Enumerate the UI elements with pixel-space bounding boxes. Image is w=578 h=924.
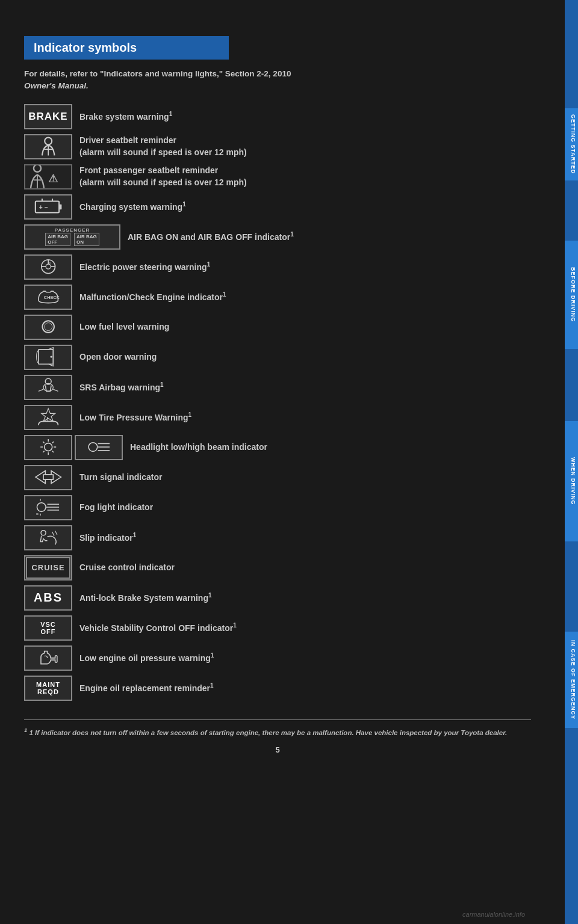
door-icon (24, 345, 72, 370)
battery-label: Charging system warning1 (79, 200, 186, 213)
intro-text: For details, refer to "Indicators and wa… (24, 68, 531, 93)
indicator-row: VSC OFF Vehicle Stability Control OFF in… (24, 615, 531, 641)
svg-line-33 (43, 442, 44, 443)
brake-icon: BRAKE (24, 104, 72, 129)
indicator-row: Open door warning (24, 344, 531, 371)
battery-icon: + – (24, 194, 72, 220)
indicator-row: Low engine oil pressure warning1 (24, 645, 531, 671)
tire-pressure-label: Low Tire Pressure Warning1 (79, 411, 191, 424)
svg-point-43 (37, 503, 46, 512)
sidebar-tab-getting-started: GETTING STARTED (565, 108, 578, 180)
svg-line-25 (39, 390, 43, 392)
indicator-row: ≡ Fog light indicator (24, 494, 531, 521)
cruise-icon: CRUISE (24, 555, 72, 581)
airbag-label: AIR BAG ON and AIR BAG OFF indicator1 (128, 230, 294, 243)
headlight-beam-icon (75, 435, 123, 460)
svg-text:⚠: ⚠ (48, 173, 58, 185)
indicator-row: PASSENGER AIR BAGOFF AIR BAGON AIR BAG O… (24, 224, 531, 250)
indicator-row: ABS Anti-lock Brake System warning1 (24, 585, 531, 611)
srs-icon (24, 375, 72, 400)
indicator-row: ! Electric power steering warning1 (24, 254, 531, 280)
svg-point-37 (89, 443, 98, 452)
fog-light-icon: ≡ (24, 495, 72, 520)
abs-label: Anti-lock Brake System warning1 (79, 591, 212, 604)
svg-text:+ –: + – (39, 205, 48, 211)
fog-light-label: Fog light indicator (79, 502, 153, 514)
vsc-label: Vehicle Stability Control OFF indicator1 (79, 621, 237, 634)
indicator-row: SRS Airbag warning1 (24, 374, 531, 401)
svg-point-22 (50, 356, 52, 358)
seatbelt-passenger-label: Front passenger seatbelt reminder(alarm … (79, 165, 247, 188)
svg-point-20 (44, 323, 52, 331)
svg-line-36 (43, 451, 44, 452)
svg-point-28 (44, 443, 52, 451)
oil-label: Low engine oil pressure warning1 (79, 651, 214, 664)
footer: 1 1 If indicator does not turn off withi… (24, 719, 531, 738)
turn-signal-label: Turn signal indicator (79, 472, 162, 484)
seatbelt-driver-label: Driver seatbelt reminder(alarm will soun… (79, 135, 247, 158)
indicator-row: MAINT REQD Engine oil replacement remind… (24, 675, 531, 701)
indicator-row: + – Charging system warning1 (24, 194, 531, 220)
svg-line-26 (53, 390, 58, 392)
svg-text:≡: ≡ (36, 511, 39, 517)
fuel-label: Low fuel level warning (79, 321, 169, 333)
page-number: 5 (24, 745, 531, 754)
svg-text:CHECK: CHECK (44, 295, 60, 301)
seatbelt-driver-icon (24, 134, 72, 159)
indicator-row: Slip indicator1 (24, 525, 531, 551)
airbag-icon: PASSENGER AIR BAGOFF AIR BAGON (24, 224, 120, 250)
page-title: Indicator symbols (24, 36, 229, 60)
check-engine-label: Malfunction/Check Engine indicator1 (79, 291, 226, 303)
watermark: carmanuialonline.info (462, 911, 525, 918)
srs-label: SRS Airbag warning1 (79, 381, 164, 393)
svg-rect-8 (59, 205, 61, 210)
right-sidebar: GETTING STARTED BEFORE DRIVING WHEN DRIV… (555, 0, 578, 924)
sidebar-tab-emergency: IN CASE OF EMERGENCY (565, 632, 578, 728)
indicator-row: Turn signal indicator (24, 464, 531, 491)
vsc-icon: VSC OFF (24, 615, 72, 641)
maint-icon: MAINT REQD (24, 676, 72, 701)
svg-marker-42 (43, 471, 61, 484)
svg-marker-41 (36, 471, 53, 484)
abs-icon: ABS (24, 585, 72, 611)
indicator-list: BRAKE Brake system warning1 Driver seatb… (24, 103, 531, 701)
oil-icon (24, 645, 72, 671)
indicator-row: Low fuel level warning (24, 314, 531, 340)
indicator-row: ⚠ Front passenger seatbelt reminder(alar… (24, 164, 531, 190)
turn-signal-icon (24, 465, 72, 490)
indicator-row: CHECK Malfunction/Check Engine indicator… (24, 284, 531, 310)
slip-label: Slip indicator1 (79, 531, 136, 544)
steering-icon: ! (24, 254, 72, 280)
seatbelt-passenger-icon: ⚠ (24, 164, 72, 189)
steering-label: Electric power steering warning1 (79, 260, 210, 273)
sidebar-tab-before-driving: BEFORE DRIVING (565, 241, 578, 349)
main-content: Indicator symbols For details, refer to … (0, 0, 555, 924)
fuel-icon (24, 315, 72, 340)
svg-line-35 (52, 442, 54, 443)
indicator-row: CRUISE Cruise control indicator (24, 555, 531, 581)
svg-text:!: ! (46, 416, 48, 422)
indicator-row: ! Low Tire Pressure Warning1 (24, 404, 531, 431)
svg-point-0 (45, 138, 52, 145)
slip-icon (24, 525, 72, 550)
sidebar-tab-when-driving: WHEN DRIVING (565, 421, 578, 541)
svg-point-50 (41, 531, 46, 535)
svg-text:!: ! (49, 261, 51, 266)
tire-pressure-icon: ! (24, 405, 72, 430)
footnote-text: 1 1 If indicator does not turn off withi… (24, 726, 531, 738)
cruise-label: Cruise control indicator (79, 562, 175, 574)
check-engine-icon: CHECK (24, 285, 72, 310)
brake-label: Brake system warning1 (79, 110, 172, 123)
indicator-row: Driver seatbelt reminder(alarm will soun… (24, 134, 531, 160)
svg-point-3 (34, 165, 41, 172)
svg-line-52 (55, 531, 57, 535)
door-label: Open door warning (79, 351, 157, 363)
maint-label: Engine oil replacement reminder1 (79, 682, 214, 694)
svg-line-51 (52, 532, 54, 537)
headlight-label: Headlight low/high beam indicator (130, 442, 267, 454)
svg-line-34 (52, 451, 54, 452)
indicator-row: Headlight low/high beam indicator (24, 434, 531, 461)
headlight-sun-icon (24, 435, 72, 460)
indicator-row: BRAKE Brake system warning1 (24, 103, 531, 130)
